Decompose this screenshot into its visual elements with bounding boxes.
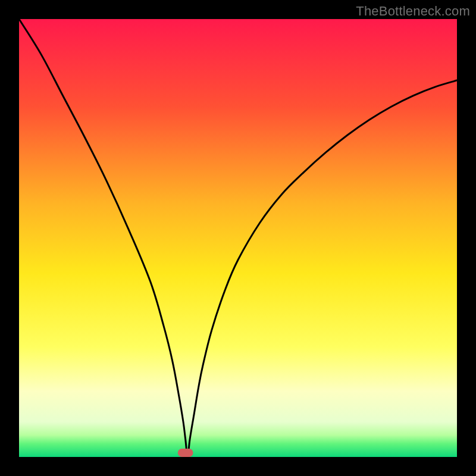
chart-frame: TheBottleneck.com: [0, 0, 476, 476]
plot-area: [19, 19, 457, 457]
bottleneck-curve: [19, 19, 457, 457]
svg-rect-1: [178, 449, 193, 457]
watermark-label: TheBottleneck.com: [356, 4, 470, 19]
